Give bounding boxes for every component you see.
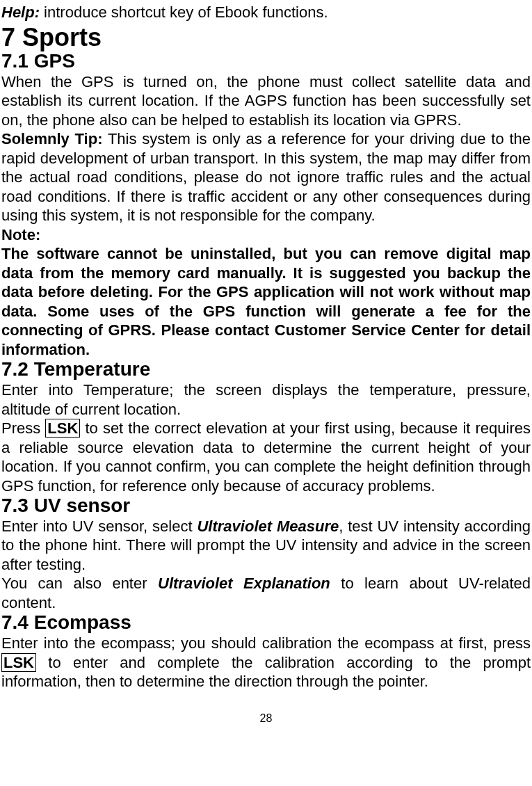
heading-gps: 7.1 GPS — [1, 51, 531, 72]
note-label: Note: — [1, 225, 531, 245]
heading-temperature: 7.2 Temperature — [1, 359, 531, 380]
uv-explanation: You can also enter Ultraviolet Explanati… — [1, 574, 531, 612]
document-page: Help: introduce shortcut key of Ebook fu… — [0, 0, 532, 732]
temp-text-a: Press — [1, 419, 45, 437]
page-number: 28 — [1, 712, 531, 725]
temperature-lsk: Press LSK to set the correct elevation a… — [1, 419, 531, 495]
help-label: Help: — [1, 3, 40, 21]
uv-exp-a: You can also enter — [1, 575, 158, 592]
temp-text-b: to set the correct elevation at your fir… — [1, 419, 531, 495]
note-text: The software cannot be uninstalled, but … — [1, 244, 531, 359]
uv-measure-label: Ultraviolet Measure — [197, 518, 339, 535]
ecomp-b: to enter and complete the calibration ac… — [1, 654, 531, 691]
heading-uv-sensor: 7.3 UV sensor — [1, 495, 531, 517]
heading-ecompass: 7.4 Ecompass — [1, 612, 531, 634]
gps-intro: When the GPS is turned on, the phone mus… — [1, 72, 531, 130]
tip-label: Solemnly Tip: — [1, 130, 103, 147]
gps-tip: Solemnly Tip: This system is only as a r… — [1, 129, 531, 225]
lsk-key: LSK — [45, 419, 80, 438]
help-text: introduce shortcut key of Ebook function… — [40, 3, 328, 21]
heading-sports: 7 Sports — [1, 24, 531, 51]
uv-exp-label: Ultraviolet Explanation — [158, 575, 330, 592]
lsk-key-2: LSK — [1, 653, 36, 672]
uv-text-a: Enter into UV sensor, select — [1, 518, 197, 535]
uv-measure: Enter into UV sensor, select Ultraviolet… — [1, 517, 531, 575]
temperature-intro: Enter into Temperature; the screen displ… — [1, 380, 531, 419]
ecomp-a: Enter into the ecompass; you should cali… — [1, 634, 531, 652]
ecompass-text: Enter into the ecompass; you should cali… — [1, 634, 531, 691]
help-line: Help: introduce shortcut key of Ebook fu… — [1, 3, 531, 22]
